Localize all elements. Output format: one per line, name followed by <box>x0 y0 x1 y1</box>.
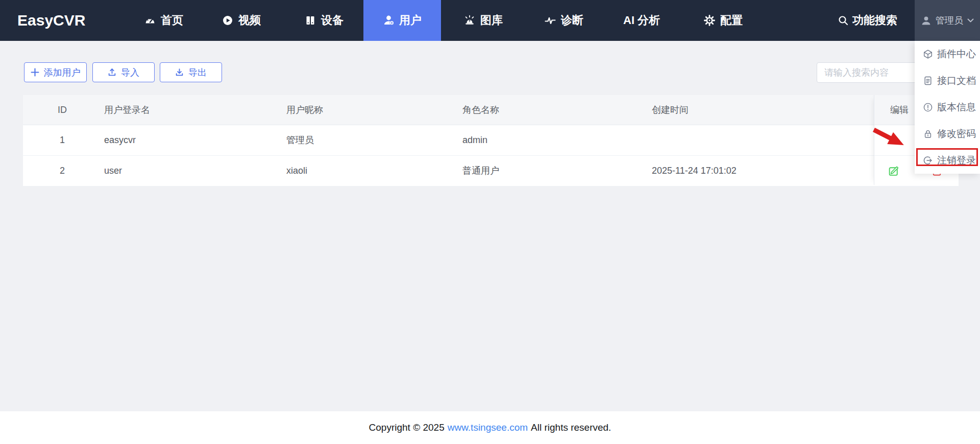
nav-function-search[interactable]: 功能搜索 <box>838 0 897 41</box>
users-table: ID 用户登录名 用户昵称 角色名称 创建时间 编辑 1 easycvr 管理员… <box>23 95 959 186</box>
download-icon <box>175 68 184 77</box>
chevron-down-icon <box>967 18 974 23</box>
lock-icon <box>923 129 933 139</box>
cell-created: 2025-11-24 17:01:02 <box>652 156 737 186</box>
col-header-created: 创建时间 <box>652 95 689 125</box>
menu-item-api-docs[interactable]: 接口文档 <box>915 67 980 94</box>
col-header-role: 角色名称 <box>462 95 499 125</box>
admin-label: 管理员 <box>936 14 963 27</box>
nav-label: 功能搜索 <box>852 13 897 28</box>
siren-icon <box>463 14 476 27</box>
nav-item-gallery[interactable]: 图库 <box>463 0 503 41</box>
menu-item-logout[interactable]: 注销登录 <box>915 147 980 174</box>
cell-nickname: 管理员 <box>286 125 314 155</box>
table-header-row: ID 用户登录名 用户昵称 角色名称 创建时间 编辑 <box>23 95 959 125</box>
menu-item-version-info[interactable]: 版本信息 <box>915 94 980 121</box>
nav-item-user-active[interactable]: 用户 <box>363 0 441 41</box>
table-row: 1 easycvr 管理员 admin <box>23 125 959 156</box>
nav-label: 配置 <box>720 13 743 28</box>
nav-label: 图库 <box>480 13 503 28</box>
nav-item-video[interactable]: 视频 <box>222 0 261 41</box>
plugin-cube-icon <box>923 49 933 59</box>
import-label: 导入 <box>121 66 139 79</box>
nav-item-diagnosis[interactable]: 诊断 <box>544 0 583 41</box>
add-user-button[interactable]: 添加用户 <box>24 62 87 82</box>
cell-login: user <box>104 156 122 186</box>
nav-label: 首页 <box>161 13 183 28</box>
nav-label: 用户 <box>399 13 422 28</box>
edit-row-icon[interactable] <box>888 165 900 177</box>
easycvr-app: EasyCVR 首页 视频 设备 <box>0 0 980 444</box>
col-header-id: ID <box>51 95 74 125</box>
menu-item-label: 修改密码 <box>937 127 976 141</box>
menu-item-label: 注销登录 <box>937 154 976 167</box>
col-header-edit: 编辑 <box>890 95 909 125</box>
export-button[interactable]: 导出 <box>160 62 222 82</box>
dashboard-icon <box>144 14 156 27</box>
menu-item-label: 接口文档 <box>937 74 976 87</box>
nav-item-home[interactable]: 首页 <box>144 0 183 41</box>
nav-label: 设备 <box>321 13 344 28</box>
tsingsee-link[interactable]: www.tsingsee.com <box>448 422 528 433</box>
copyright-text: All rights reserved. <box>531 422 611 433</box>
cell-login: easycvr <box>104 125 136 155</box>
menu-item-label: 版本信息 <box>937 101 976 114</box>
cell-role: admin <box>462 125 487 155</box>
person-icon <box>921 15 932 26</box>
table-row: 2 user xiaoli 普通用户 2025-11-24 17:01:02 <box>23 156 959 186</box>
user-icon <box>383 14 395 27</box>
version-info-icon <box>923 102 933 112</box>
app-logo: EasyCVR <box>17 0 85 41</box>
copyright-text: Copyright © 2025 <box>369 422 445 433</box>
nav-label: 诊断 <box>561 13 583 28</box>
user-management-page: 添加用户 导入 导出 ID 用户登录名 用户昵称 <box>0 41 980 411</box>
document-icon <box>923 76 933 86</box>
col-header-nickname: 用户昵称 <box>286 95 323 125</box>
device-icon <box>304 14 316 27</box>
admin-user-menu-trigger[interactable]: 管理员 <box>915 0 980 41</box>
nav-label: AI 分析 <box>623 13 660 28</box>
cell-nickname: xiaoli <box>286 156 307 186</box>
import-button[interactable]: 导入 <box>92 62 155 82</box>
nav-label: 视频 <box>238 13 261 28</box>
nav-item-ai-analysis[interactable]: AI 分析 <box>623 0 660 41</box>
export-label: 导出 <box>188 66 207 79</box>
top-navbar: EasyCVR 首页 视频 设备 <box>0 0 980 41</box>
cell-id: 2 <box>51 156 74 186</box>
admin-dropdown-menu: 插件中心 接口文档 版本信息 修改密码 <box>915 41 980 174</box>
cell-id: 1 <box>51 125 74 155</box>
page-footer: Copyright © 2025 www.tsingsee.com All ri… <box>0 411 980 444</box>
nav-item-device[interactable]: 设备 <box>304 0 344 41</box>
search-icon <box>838 15 849 26</box>
gear-icon <box>703 14 716 27</box>
logout-icon <box>923 155 933 166</box>
plus-icon <box>31 68 39 77</box>
cell-role: 普通用户 <box>462 156 499 186</box>
upload-icon <box>108 68 116 77</box>
nav-item-config[interactable]: 配置 <box>703 0 743 41</box>
menu-item-plugin-center[interactable]: 插件中心 <box>915 41 980 67</box>
add-user-label: 添加用户 <box>44 66 81 79</box>
col-header-login: 用户登录名 <box>104 95 150 125</box>
menu-item-label: 插件中心 <box>937 48 976 61</box>
pulse-icon <box>544 14 556 27</box>
menu-item-change-password[interactable]: 修改密码 <box>915 121 980 147</box>
play-icon <box>222 14 234 27</box>
